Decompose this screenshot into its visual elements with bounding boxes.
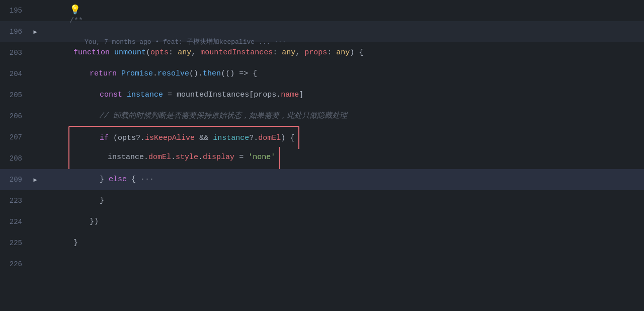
line-number-208: 208	[0, 154, 30, 163]
fold-arrow-209[interactable]: ▶	[30, 176, 40, 184]
line-number-223: 223	[0, 197, 30, 205]
code-editor: 195 💡 196 ▶ /** You, 7 months ago • feat…	[0, 0, 644, 311]
line-number-196: 196	[0, 28, 30, 36]
line-number-209: 209	[0, 176, 30, 184]
line-number-205: 205	[0, 91, 30, 99]
fold-arrow-196[interactable]: ▶	[30, 28, 40, 36]
line-number-226: 226	[0, 260, 30, 268]
code-line-225: 225 }	[0, 232, 644, 254]
line-number-204: 204	[0, 70, 30, 78]
line-number-207: 207	[0, 133, 30, 141]
code-line-226: 226	[0, 254, 644, 275]
line-number-195: 195	[0, 7, 30, 15]
line-number-206: 206	[0, 112, 30, 120]
line-number-225: 225	[0, 239, 30, 247]
line-number-224: 224	[0, 218, 30, 226]
line-number-203: 203	[0, 49, 30, 57]
